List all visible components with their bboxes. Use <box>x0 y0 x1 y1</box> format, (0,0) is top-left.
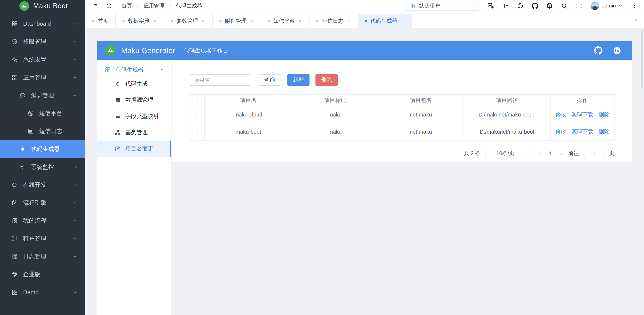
gitee-icon[interactable] <box>613 46 621 55</box>
tab-dot-icon <box>219 20 222 22</box>
col-project-code: 项目标识 <box>292 94 378 106</box>
grid-icon <box>12 74 18 81</box>
prev-page-button[interactable]: ‹ <box>538 150 542 157</box>
edit-link[interactable]: 修改 <box>556 111 566 118</box>
close-icon[interactable] <box>250 19 254 23</box>
total-count: 共 2 条 <box>464 150 480 157</box>
tab-list-chevron-icon[interactable] <box>634 12 640 28</box>
chevron-down-icon <box>73 57 78 62</box>
generator-title: Maku Generator <box>121 46 175 55</box>
select-all-checkbox[interactable] <box>196 97 197 104</box>
query-button[interactable]: 查询 <box>258 74 281 86</box>
main-sidebar: Maku Boot Dashboard 权限管理 系统设置 应用管理 消息管理 <box>0 0 86 315</box>
cell-project-package: net.maku <box>378 106 464 123</box>
close-icon[interactable] <box>152 19 157 23</box>
menu-group-code-generator[interactable]: 代码生成器 <box>97 64 171 76</box>
sidebar-item-demo[interactable]: Demo <box>0 283 86 301</box>
collapse-sidebar-icon[interactable] <box>92 2 98 9</box>
menu-item-datasource[interactable]: 数据源管理 <box>97 92 171 108</box>
grid-icon <box>12 289 18 296</box>
refresh-icon[interactable] <box>106 2 112 9</box>
close-icon[interactable] <box>346 19 351 23</box>
menu-item-code-generate[interactable]: 代码生成 <box>97 76 171 92</box>
globe-icon[interactable] <box>517 2 523 9</box>
tab-dot-icon <box>171 20 173 22</box>
user-menu[interactable]: admin <box>590 2 622 10</box>
font-size-icon[interactable] <box>502 2 509 9</box>
chevron-down-icon <box>73 236 78 241</box>
tab-dot-icon <box>316 20 319 22</box>
project-name-input[interactable] <box>189 74 251 86</box>
app-title: Maku Boot <box>33 2 68 10</box>
sidebar-item-permissions[interactable]: 权限管理 <box>0 33 86 51</box>
sidebar-item-tenant-management[interactable]: 租户管理 <box>0 230 86 248</box>
download-source-link[interactable]: 源码下载 <box>572 111 593 118</box>
download-source-link[interactable]: 源码下载 <box>572 128 593 136</box>
tab-attachment-management[interactable]: 附件管理 <box>212 14 261 28</box>
github-icon[interactable] <box>532 2 538 9</box>
app-logo[interactable]: Maku Boot <box>0 0 86 12</box>
menu-item-field-type-mapping[interactable]: 字段类型映射 <box>97 108 171 124</box>
tab-sms-log[interactable]: 短信日志 <box>310 14 358 28</box>
search-icon[interactable] <box>561 2 568 9</box>
tab-sms-platform[interactable]: 短信平台 <box>261 14 310 28</box>
tab-code-generator[interactable]: 代码生成器 <box>358 14 412 28</box>
sidebar-item-message-management[interactable]: 消息管理 <box>0 86 86 104</box>
frame-corners-icon <box>12 236 18 242</box>
edit-link[interactable]: 修改 <box>556 128 566 136</box>
page-number[interactable]: 1 <box>547 150 554 156</box>
chevron-down-icon <box>73 290 78 295</box>
tab-data-dictionary[interactable]: 数据字典 <box>116 14 164 28</box>
close-icon[interactable] <box>201 19 206 23</box>
kebab-menu-icon[interactable] <box>631 2 638 9</box>
breadcrumb-home[interactable]: 首页 <box>122 2 132 9</box>
sidebar-item-code-generator[interactable]: 代码生成器 <box>0 140 86 158</box>
generator-panel: 查询 新增 删除 项目名 项目标识 项目包名 项目路径 操作 <box>171 60 632 162</box>
fullscreen-icon[interactable] <box>576 2 582 9</box>
next-page-button[interactable]: › <box>559 150 563 157</box>
chat-dots-icon <box>20 92 26 98</box>
close-icon[interactable] <box>400 19 405 23</box>
sidebar-item-enterprise[interactable]: 企业版 <box>0 266 86 283</box>
chevron-down-icon <box>73 39 78 44</box>
monitor-chart-icon <box>20 164 26 170</box>
sidebar-item-sms-log[interactable]: 短信日志 <box>0 122 86 140</box>
row-checkbox[interactable] <box>196 111 197 118</box>
menu-item-base-class[interactable]: 基类管理 <box>97 124 171 140</box>
pagination: 共 2 条 10条/页 ‹ 1 › 前往 页 <box>189 148 614 159</box>
tenant-select[interactable]: 默认租户 <box>405 1 479 11</box>
delete-button[interactable]: 删除 <box>316 74 338 86</box>
sidebar-item-app-management[interactable]: 应用管理 <box>0 68 86 86</box>
menu-item-project-rename[interactable]: 项目名变更 <box>97 140 171 157</box>
close-icon[interactable] <box>298 19 302 23</box>
projects-table: 项目名 项目标识 项目包名 项目路径 操作 maku-cloud maku ne… <box>189 94 614 140</box>
tab-parameter-management[interactable]: 参数管理 <box>164 14 212 28</box>
vertical-scrollbar-thumb[interactable] <box>641 30 643 88</box>
sidebar-item-log-management[interactable]: 日志管理 <box>0 248 86 266</box>
sidebar-item-my-workflow[interactable]: 我的流程 <box>0 212 86 230</box>
delete-link[interactable]: 删除 <box>598 128 609 136</box>
sidebar-item-sms-platform[interactable]: 短信平台 <box>0 104 86 122</box>
page-unit-label: 页 <box>609 150 614 157</box>
tab-home[interactable]: 首页 <box>86 14 116 28</box>
chevron-down-icon <box>73 218 78 223</box>
translate-icon[interactable] <box>488 2 494 9</box>
sidebar-item-system-monitor[interactable]: 系统监控 <box>0 158 86 176</box>
tab-dot-icon <box>122 20 125 22</box>
sidebar-item-online-dev[interactable]: 在线开发 <box>0 176 86 194</box>
gitee-icon[interactable] <box>546 2 553 9</box>
sitemap-icon <box>115 130 121 136</box>
breadcrumb-section[interactable]: 应用管理 <box>144 2 164 9</box>
sidebar-item-workflow-engine[interactable]: 流程引擎 <box>0 194 86 212</box>
row-checkbox[interactable] <box>196 128 197 135</box>
add-button[interactable]: 新增 <box>287 74 310 86</box>
page-size-select[interactable]: 10条/页 <box>486 148 533 159</box>
chevron-down-icon <box>73 182 78 187</box>
sidebar-nav: Dashboard 权限管理 系统设置 应用管理 消息管理 短信平台 <box>0 12 86 301</box>
sidebar-item-system-settings[interactable]: 系统设置 <box>0 51 86 68</box>
delete-link[interactable]: 删除 <box>598 111 609 118</box>
tab-dot-icon <box>92 20 94 22</box>
sidebar-item-dashboard[interactable]: Dashboard <box>0 15 86 33</box>
github-icon[interactable] <box>594 46 602 55</box>
goto-page-input[interactable] <box>584 148 604 159</box>
